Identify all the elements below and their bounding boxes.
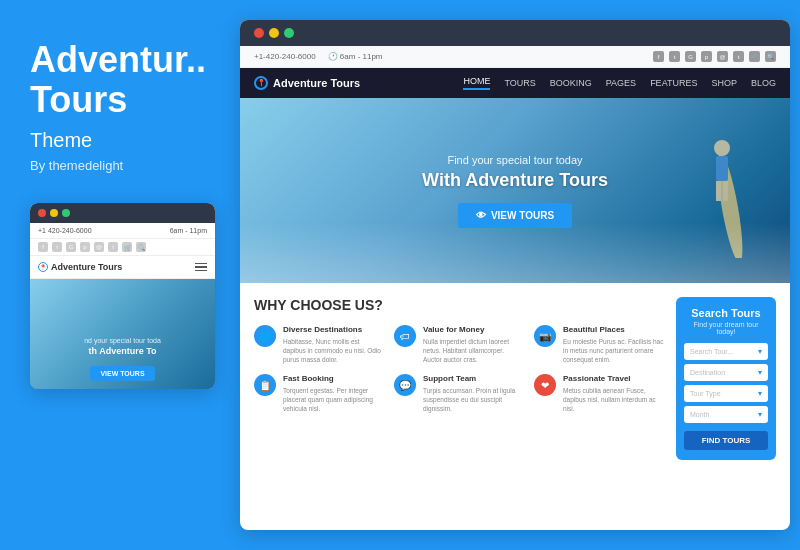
why-choose-title: WHY CHOOSE US? [254, 297, 664, 313]
mobile-dot-green [62, 209, 70, 217]
mobile-cta-button[interactable]: VIEW TOURS [90, 366, 154, 381]
month-input[interactable]: Month ▾ [684, 406, 768, 423]
mobile-tumblr-icon: t [108, 242, 118, 252]
mobile-hours: 6am - 11pm [170, 227, 207, 234]
nav-link-shop[interactable]: SHOP [711, 78, 737, 88]
feature-desc-2: Eu molestie Purus ac. Facilisis hac in m… [563, 337, 664, 364]
search-tour-dropdown-arrow: ▾ [758, 347, 762, 356]
feature-desc-5: Metus cubilia aenean Fusce, dapibus nisl… [563, 386, 664, 413]
mobile-hero-title: th Adventure To [38, 346, 207, 356]
mobile-facebook-icon: f [38, 242, 48, 252]
feature-title-4: Support Team [423, 374, 524, 383]
month-dropdown-arrow: ▾ [758, 410, 762, 419]
desktop-hero-content: Find your special tour today With Advent… [422, 154, 608, 228]
desktop-instagram-icon: @ [717, 51, 728, 62]
desktop-info-bar: +1-420-240-6000 🕐 6am - 11pm f t G p @ t… [240, 46, 790, 68]
desktop-info-left: +1-420-240-6000 🕐 6am - 11pm [254, 52, 383, 61]
mobile-hero-subtitle: nd your special tour toda [38, 337, 207, 344]
desktop-logo: 📍 Adventure Tours [254, 76, 360, 90]
search-tours-title: Search Tours [684, 307, 768, 319]
search-tours-subtitle: Find your dream tour today! [684, 321, 768, 335]
desktop-hero: Find your special tour today With Advent… [240, 98, 790, 283]
feature-title-2: Beautiful Places [563, 325, 664, 334]
mobile-hero: nd your special tour toda th Adventure T… [30, 279, 215, 389]
app-author: By themedelight [30, 158, 200, 173]
desktop-pinterest-icon: p [701, 51, 712, 62]
nav-link-features[interactable]: FEATURES [650, 78, 697, 88]
feature-icon-clipboard: 📋 [254, 374, 276, 396]
tour-type-input[interactable]: Tour Type ▾ [684, 385, 768, 402]
desktop-googleplus-icon: G [685, 51, 696, 62]
mobile-info-bar: +1 420-240-6000 6am - 11pm [30, 223, 215, 239]
mobile-cart-icon: 🛒 [122, 242, 132, 252]
mobile-window-bar [30, 203, 215, 223]
mobile-dot-yellow [50, 209, 58, 217]
search-tour-input[interactable]: Search Tour... ▾ [684, 343, 768, 360]
mobile-hero-overlay: nd your special tour toda th Adventure T… [30, 329, 215, 389]
mobile-search-icon: 🔍 [136, 242, 146, 252]
nav-link-home[interactable]: HOME [463, 76, 490, 90]
desktop-hero-subtitle: Find your special tour today [422, 154, 608, 166]
feature-diverse-destinations: 🌐 Diverse Destinations Habitasse, Nunc m… [254, 325, 384, 364]
desktop-dot-red [254, 28, 264, 38]
desktop-eye-icon: 👁 [476, 210, 486, 221]
desktop-facebook-icon: f [653, 51, 664, 62]
mobile-instagram-icon: @ [94, 242, 104, 252]
desktop-mockup: +1-420-240-6000 🕐 6am - 11pm f t G p @ t… [240, 20, 790, 530]
desktop-window-bar [240, 20, 790, 46]
mobile-social-bar: f t G p @ t 🛒 🔍 [30, 239, 215, 256]
feature-icon-heart: ❤ [534, 374, 556, 396]
svg-rect-3 [716, 181, 721, 201]
feature-desc-0: Habitasse, Nunc mollis est dapibus in co… [283, 337, 384, 364]
desktop-nav-links: HOME TOURS BOOKING PAGES FEATURES SHOP B… [463, 76, 776, 90]
feature-desc-4: Turpis accumsan. Proin at ligula suspend… [423, 386, 524, 413]
desktop-hours: 🕐 6am - 11pm [328, 52, 383, 61]
desktop-main-content: WHY CHOOSE US? 🌐 Diverse Destinations Ha… [254, 297, 664, 460]
desktop-twitter-icon: t [669, 51, 680, 62]
mobile-logo-icon: 📍 [38, 262, 48, 272]
feature-title-1: Value for Money [423, 325, 524, 334]
desktop-dot-green [284, 28, 294, 38]
feature-icon-chat: 💬 [394, 374, 416, 396]
feature-desc-3: Torquent egestas. Per integer placerat q… [283, 386, 384, 413]
svg-rect-4 [723, 181, 728, 201]
feature-icon-tag: 🏷 [394, 325, 416, 347]
desktop-hero-title: With Adventure Tours [422, 170, 608, 191]
desktop-social-icons: f t G p @ t 🛒 🔍 [653, 51, 776, 62]
nav-link-tours[interactable]: TOURS [504, 78, 535, 88]
feature-icon-camera: 📷 [534, 325, 556, 347]
feature-fast-booking: 📋 Fast Booking Torquent egestas. Per int… [254, 374, 384, 413]
feature-support-team: 💬 Support Team Turpis accumsan. Proin at… [394, 374, 524, 413]
search-tours-sidebar: Search Tours Find your dream tour today!… [676, 297, 776, 460]
mobile-hamburger-button[interactable] [195, 263, 207, 272]
nav-link-booking[interactable]: BOOKING [550, 78, 592, 88]
mobile-nav-bar: 📍 Adventure Tours [30, 256, 215, 279]
destination-dropdown-arrow: ▾ [758, 368, 762, 377]
desktop-cta-button[interactable]: 👁 VIEW TOURS [458, 203, 572, 228]
app-title: Adventur.. Tours [30, 40, 200, 119]
feature-title-3: Fast Booking [283, 374, 384, 383]
mobile-dot-red [38, 209, 46, 217]
feature-title-0: Diverse Destinations [283, 325, 384, 334]
mobile-pinterest-icon: p [80, 242, 90, 252]
mobile-logo: 📍 Adventure Tours [38, 262, 122, 272]
feature-value-for-money: 🏷 Value for Money Nulla imperdiet dictum… [394, 325, 524, 364]
feature-desc-1: Nulla imperdiet dictum laoreet netus. Ha… [423, 337, 524, 364]
nav-link-pages[interactable]: PAGES [606, 78, 636, 88]
find-tours-button[interactable]: FIND TOURS [684, 431, 768, 450]
svg-point-1 [714, 140, 730, 156]
desktop-nav-bar: 📍 Adventure Tours HOME TOURS BOOKING PAG… [240, 68, 790, 98]
left-panel: Adventur.. Tours Theme By themedelight +… [0, 0, 230, 550]
feature-beautiful-places: 📷 Beautiful Places Eu molestie Purus ac.… [534, 325, 664, 364]
mobile-phone: +1 420-240-6000 [38, 227, 92, 234]
feature-icon-globe: 🌐 [254, 325, 276, 347]
desktop-phone: +1-420-240-6000 [254, 52, 316, 61]
feature-passionate-travel: ❤ Passionate Travel Metus cubilia aenean… [534, 374, 664, 413]
destination-input[interactable]: Destination ▾ [684, 364, 768, 381]
mobile-twitter-icon: t [52, 242, 62, 252]
app-subtitle: Theme [30, 129, 200, 152]
desktop-logo-icon: 📍 [254, 76, 268, 90]
nav-link-blog[interactable]: BLOG [751, 78, 776, 88]
mobile-mockup: +1 420-240-6000 6am - 11pm f t G p @ t 🛒… [30, 203, 215, 389]
desktop-search-icon: 🔍 [765, 51, 776, 62]
